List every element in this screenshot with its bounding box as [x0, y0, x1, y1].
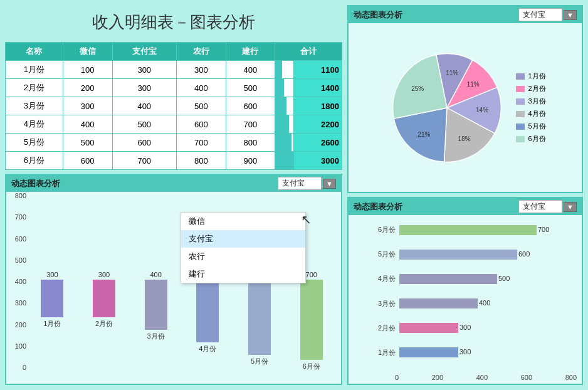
hbar-value: 600: [518, 250, 530, 258]
hbar-track: 300: [399, 347, 556, 357]
table-row: 4月份 400 500 600 700 2200: [6, 115, 342, 134]
cell-name: 4月份: [6, 115, 63, 134]
bar-label: 2月份: [95, 319, 113, 329]
cell-jianxing: 800: [226, 134, 275, 152]
legend-label: 2月份: [528, 84, 545, 93]
cell-total-bar: [275, 115, 294, 134]
bar-value-label: 700: [306, 271, 317, 278]
pie-area: 11%11%14%18%21%25% 1月份 2月份 3月份 4月份 5月份 6…: [349, 23, 582, 192]
pie-chart-dropdown-area: 支付宝 ▼: [518, 8, 577, 21]
cell-zhifubao: 400: [112, 97, 176, 115]
bar-rect: [248, 280, 271, 355]
legend-label: 5月份: [528, 122, 545, 131]
cell-zhifubao: 300: [112, 79, 176, 97]
pie-label: 11%: [467, 81, 480, 88]
pie-chart-dropdown-box[interactable]: 支付宝: [518, 8, 562, 21]
dropdown-item-zhifubao[interactable]: 支付宝: [181, 230, 305, 248]
bar-chart-selected-value: 支付宝: [282, 179, 305, 187]
pie-chart-svg: 11%11%14%18%21%25%: [384, 45, 510, 171]
col-total: 合计: [275, 43, 342, 61]
bar-col: 300 1月份: [29, 271, 76, 371]
bar-chart-dropdown-box[interactable]: 支付宝: [278, 177, 322, 190]
col-name: 名称: [6, 43, 63, 61]
left-panel: 收入明细表－图表分析 名称 微信 支付宝 农行 建行 合计 1月份 100 30…: [0, 0, 347, 390]
hbar-chart-dropdown-arrow[interactable]: ▼: [564, 202, 577, 212]
table-row: 1月份 100 300 300 400 1100: [6, 61, 342, 79]
hbar-label: 3月份: [374, 299, 396, 308]
cell-zhifubao: 700: [112, 152, 176, 170]
legend-color: [516, 136, 525, 142]
right-panel: 动态图表分析 支付宝 ▼ 11%11%14%18%21%25% 1月份 2月份 …: [347, 0, 588, 390]
dropdown-item-jianxing[interactable]: 建行: [181, 265, 305, 283]
dropdown-menu: 微信 支付宝 农行 建行: [181, 212, 306, 283]
bar-label: 5月份: [251, 357, 268, 366]
cell-total-value: 1100: [294, 61, 342, 79]
bar-col: 600 5月份: [236, 271, 283, 371]
cell-nongxing: 800: [176, 152, 226, 170]
bar-col: 700 6月份: [288, 271, 335, 371]
col-weixin: 微信: [63, 43, 112, 61]
y-axis-labels: 800 700 600 500 400 300 200 100 0: [6, 192, 29, 371]
cell-weixin: 200: [63, 79, 112, 97]
legend-item: 6月份: [516, 134, 545, 144]
pie-legend: 1月份 2月份 3月份 4月份 5月份 6月份: [516, 71, 545, 144]
col-jianxing: 建行: [226, 43, 275, 61]
bar-label: 1月份: [43, 319, 61, 329]
cell-weixin: 500: [63, 134, 112, 152]
cell-weixin: 400: [63, 115, 112, 134]
cell-total-bar: [275, 97, 294, 115]
legend-item: 4月份: [516, 109, 545, 119]
hbar-label: 6月份: [374, 225, 396, 235]
pie-label: 18%: [458, 135, 471, 142]
pie-label: 14%: [476, 106, 488, 113]
legend-label: 3月份: [528, 97, 545, 106]
cell-jianxing: 900: [226, 152, 275, 170]
legend-item: 5月份: [516, 122, 545, 131]
cell-nongxing: 400: [176, 79, 226, 97]
bar-label: 3月份: [147, 332, 165, 341]
cell-nongxing: 500: [176, 97, 226, 115]
table-row: 3月份 300 400 500 600 1800: [6, 97, 342, 115]
legend-color: [516, 124, 525, 130]
bar-value-label: 400: [150, 271, 162, 278]
cell-jianxing: 500: [226, 79, 275, 97]
hbar-value: 500: [498, 275, 510, 282]
cell-nongxing: 700: [176, 134, 226, 152]
pie-label: 25%: [412, 85, 424, 92]
hbar-track: 400: [399, 298, 556, 308]
legend-item: 2月份: [516, 84, 545, 93]
cell-weixin: 100: [63, 61, 112, 79]
bar-chart-dropdown-arrow[interactable]: ▼: [323, 179, 336, 189]
bar-chart-title: 动态图表分析: [11, 178, 60, 189]
hbar-row: 3月份 400: [374, 297, 563, 310]
hbar-chart-header: 动态图表分析 支付宝 ▼: [349, 198, 582, 215]
bar-value-label: 300: [98, 271, 110, 278]
legend-color: [516, 111, 525, 117]
hbar-chart-dropdown-box[interactable]: 支付宝: [518, 200, 562, 213]
pie-chart-selected-value: 支付宝: [523, 10, 545, 19]
main-container: 收入明细表－图表分析 名称 微信 支付宝 农行 建行 合计 1月份 100 30…: [0, 0, 588, 390]
hbar-label: 2月份: [374, 324, 396, 333]
table-header-row: 名称 微信 支付宝 农行 建行 合计: [6, 43, 342, 61]
bar-rect: [300, 280, 323, 360]
bottom-right-panel: 动态图表分析 支付宝 ▼ 6月份 700 5月份 600 4月份 50: [347, 197, 583, 385]
hbar-row: 2月份 300: [374, 321, 563, 335]
col-nongxing: 农行: [176, 43, 226, 61]
dropdown-item-nongxing[interactable]: 农行: [181, 248, 305, 265]
bar-rect: [41, 280, 63, 317]
table-row: 2月份 200 300 400 500 1400: [6, 79, 342, 97]
hbar-track: 300: [399, 323, 556, 333]
x-axis-labels: 0 200 400 600 800: [349, 374, 582, 384]
cell-jianxing: 600: [226, 97, 275, 115]
pie-chart-header: 动态图表分析 支付宝 ▼: [349, 6, 582, 23]
bar-col: 500 4月份: [184, 271, 231, 371]
cell-weixin: 600: [63, 152, 112, 170]
bar-label: 4月份: [199, 344, 216, 354]
pie-label: 11%: [446, 70, 459, 76]
dropdown-item-weixin[interactable]: 微信: [181, 213, 305, 230]
pie-chart-dropdown-arrow[interactable]: ▼: [564, 10, 577, 20]
legend-item: 3月份: [516, 97, 545, 106]
cell-name: 2月份: [6, 79, 63, 97]
bar-chart-header: 动态图表分析 支付宝 ▼: [6, 175, 341, 192]
cell-name: 6月份: [6, 152, 63, 170]
